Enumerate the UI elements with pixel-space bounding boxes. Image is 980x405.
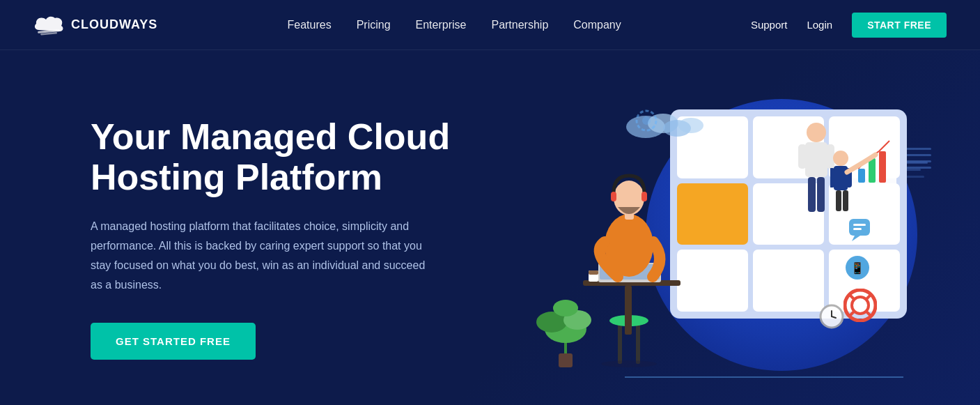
- svg-rect-22: [805, 142, 827, 177]
- svg-rect-25: [808, 177, 816, 212]
- svg-rect-28: [858, 169, 865, 183]
- hero-illustration: 📱: [527, 92, 917, 385]
- svg-point-8: [601, 360, 657, 367]
- svg-point-21: [807, 123, 826, 142]
- svg-rect-30: [879, 151, 886, 183]
- get-started-button[interactable]: GET STARTED FREE: [91, 323, 256, 360]
- hero-title: Your Managed Cloud Hosting Platform: [91, 117, 450, 197]
- chat-bubble-icon: [848, 217, 874, 243]
- svg-point-55: [642, 116, 651, 125]
- nav-pricing[interactable]: Pricing: [357, 19, 391, 31]
- hero-content: Your Managed Cloud Hosting Platform A ma…: [91, 117, 450, 359]
- login-link[interactable]: Login: [807, 19, 832, 31]
- main-nav: Features Pricing Enterprise Partnership …: [287, 19, 621, 31]
- nav-partnership[interactable]: Partnership: [491, 19, 548, 31]
- svg-rect-29: [869, 158, 876, 183]
- svg-rect-7: [636, 322, 640, 364]
- site-header: CLOUDWAYS Features Pricing Enterprise Pa…: [0, 0, 980, 50]
- svg-rect-6: [618, 322, 622, 364]
- svg-rect-26: [817, 177, 825, 212]
- nav-enterprise[interactable]: Enterprise: [416, 19, 467, 31]
- hero-section: Your Managed Cloud Hosting Platform A ma…: [0, 50, 980, 405]
- svg-rect-17: [611, 192, 616, 201]
- support-link[interactable]: Support: [751, 19, 788, 31]
- start-free-button[interactable]: START FREE: [852, 13, 947, 38]
- logo-icon: [33, 15, 64, 36]
- svg-point-31: [833, 151, 848, 166]
- gear-icon: [635, 109, 658, 132]
- panel-card-8: [753, 250, 824, 312]
- svg-rect-11: [625, 286, 632, 335]
- svg-rect-36: [843, 190, 848, 211]
- svg-rect-18: [641, 192, 647, 201]
- svg-point-5: [678, 118, 703, 133]
- right-nav: Support Login START FREE: [751, 13, 947, 38]
- svg-rect-44: [853, 228, 862, 230]
- svg-rect-33: [830, 168, 835, 188]
- svg-rect-35: [836, 190, 841, 211]
- logo-text: CLOUDWAYS: [71, 17, 157, 32]
- svg-text:📱: 📱: [850, 261, 864, 275]
- clock-icon: [819, 304, 844, 329]
- lifebuoy-icon: [843, 289, 877, 322]
- nav-company[interactable]: Company: [573, 19, 621, 31]
- hero-description: A managed hosting platform that facilita…: [91, 217, 439, 295]
- phone-icon: 📱: [845, 255, 870, 280]
- svg-rect-41: [849, 219, 870, 236]
- svg-marker-42: [852, 236, 860, 241]
- nav-features[interactable]: Features: [287, 19, 331, 31]
- svg-rect-23: [798, 144, 807, 169]
- main-character: [555, 141, 701, 378]
- svg-rect-20: [589, 270, 598, 275]
- svg-rect-43: [853, 224, 866, 226]
- logo-area[interactable]: CLOUDWAYS: [33, 15, 157, 36]
